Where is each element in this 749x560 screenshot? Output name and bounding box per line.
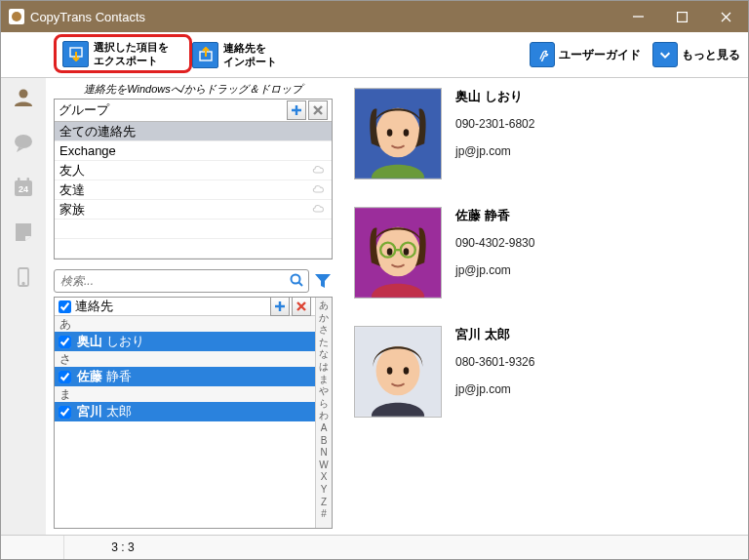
- maximize-button[interactable]: [660, 1, 704, 32]
- filter-icon[interactable]: [313, 272, 333, 290]
- index-letter[interactable]: N: [320, 447, 327, 460]
- svg-point-22: [376, 346, 420, 396]
- import-l1: 連絡先を: [223, 42, 266, 54]
- contact-name: 奥山 しおり: [455, 88, 534, 105]
- svg-rect-0: [678, 12, 688, 21]
- contact-delete-button[interactable]: [292, 298, 311, 316]
- row-checkbox[interactable]: [59, 406, 71, 419]
- index-letter[interactable]: A: [321, 422, 328, 435]
- svg-point-23: [387, 367, 393, 374]
- svg-rect-7: [27, 178, 30, 182]
- group-add-button[interactable]: [287, 100, 306, 120]
- cloud-icon: [311, 182, 327, 197]
- svg-point-3: [20, 90, 28, 99]
- export-highlight: 選択した項目をエクスポート: [54, 34, 192, 74]
- index-letter[interactable]: は: [319, 361, 329, 374]
- export-button[interactable]: 選択した項目をエクスポート: [62, 40, 169, 68]
- contacts-header: 連絡先: [75, 298, 268, 315]
- contact-card: 奥山 しおり090-2301-6802jp@jp.com: [354, 88, 734, 180]
- contact-phone: 080-3601-9326: [455, 355, 534, 369]
- index-letter[interactable]: た: [319, 337, 329, 349]
- svg-point-10: [292, 274, 300, 283]
- row-checkbox[interactable]: [59, 336, 71, 348]
- main-column: 連絡先をWindowsへ/からドラッグ＆ドロップ グループ 全ての連絡先Exch…: [46, 78, 340, 535]
- groups-panel: グループ 全ての連絡先Exchange友人友達家族: [54, 99, 333, 260]
- svg-point-18: [404, 248, 410, 255]
- search-icon[interactable]: [289, 272, 304, 291]
- group-item[interactable]: 家族: [55, 200, 332, 220]
- avatar: [354, 207, 442, 299]
- index-letter[interactable]: ま: [319, 374, 329, 386]
- import-l2: インポート: [223, 56, 277, 67]
- dnd-hint: 連絡先をWindowsへ/からドラッグ＆ドロップ: [46, 82, 340, 97]
- index-letter[interactable]: や: [319, 385, 329, 398]
- index-letter[interactable]: ら: [319, 398, 329, 411]
- index-letter[interactable]: B: [321, 435, 328, 448]
- row-checkbox[interactable]: [59, 371, 71, 383]
- group-item[interactable]: Exchange: [55, 141, 332, 161]
- group-delete-button[interactable]: [308, 100, 328, 120]
- group-item[interactable]: 全ての連絡先: [55, 122, 332, 141]
- detail-column: 奥山 しおり090-2301-6802jp@jp.com佐藤 静香090-430…: [340, 78, 748, 535]
- minimize-button[interactable]: [616, 1, 660, 32]
- close-button[interactable]: [704, 1, 748, 32]
- index-letter[interactable]: さ: [319, 324, 329, 337]
- svg-point-16: [376, 227, 420, 277]
- select-all-checkbox[interactable]: [59, 300, 71, 313]
- titlebar: CopyTrans Contacts: [1, 1, 748, 32]
- sidebar-contacts-icon[interactable]: [10, 84, 37, 111]
- avatar: [354, 326, 442, 418]
- userguide-label: ユーザーガイド: [559, 47, 641, 63]
- sidebar-notes-icon[interactable]: [10, 219, 37, 246]
- cloud-icon: [311, 202, 327, 217]
- svg-point-12: [376, 108, 420, 158]
- sidebar-calendar-icon[interactable]: 24: [10, 174, 37, 201]
- sidebar-messages-icon[interactable]: [10, 129, 37, 156]
- group-item[interactable]: 友達: [55, 180, 332, 200]
- svg-point-4: [15, 135, 32, 148]
- list-separator: ま: [55, 386, 315, 402]
- index-letter[interactable]: Z: [321, 497, 327, 509]
- search-box[interactable]: [54, 269, 309, 293]
- contact-name: 佐藤 静香: [455, 207, 534, 224]
- contact-card: 佐藤 静香090-4302-9830jp@jp.com: [354, 207, 734, 299]
- contact-add-button[interactable]: [270, 298, 290, 316]
- userguide-button[interactable]: ユーザーガイド: [530, 42, 641, 67]
- index-letter[interactable]: な: [319, 348, 329, 361]
- status-count: 3 : 3: [64, 540, 181, 554]
- index-letter[interactable]: X: [321, 471, 328, 484]
- svg-point-17: [387, 248, 393, 255]
- index-letter[interactable]: か: [319, 312, 329, 325]
- svg-point-14: [404, 129, 410, 136]
- index-letter[interactable]: わ: [319, 410, 329, 422]
- import-button[interactable]: 連絡先をインポート: [192, 41, 277, 69]
- contact-phone: 090-2301-6802: [455, 117, 534, 131]
- contact-row[interactable]: 宮川 太郎: [55, 402, 315, 421]
- chevron-down-icon: [652, 42, 678, 67]
- contact-card: 宮川 太郎080-3601-9326jp@jp.com: [354, 326, 734, 418]
- groups-header: グループ: [59, 101, 285, 119]
- contact-row[interactable]: 奥山 しおり: [55, 332, 315, 351]
- export-l1: 選択した項目を: [94, 41, 169, 53]
- search-input[interactable]: [59, 273, 289, 289]
- export-l2: エクスポート: [94, 55, 158, 66]
- wrench-icon: [530, 42, 555, 67]
- svg-point-13: [387, 129, 393, 136]
- import-icon: [192, 42, 218, 68]
- list-separator: さ: [55, 351, 315, 367]
- index-letter[interactable]: #: [321, 508, 327, 521]
- index-letter[interactable]: あ: [319, 300, 329, 312]
- more-label: もっと見る: [682, 47, 740, 63]
- contact-email: jp@jp.com: [455, 382, 534, 396]
- app-icon: [9, 9, 24, 24]
- group-item[interactable]: 友人: [55, 161, 332, 180]
- index-letter[interactable]: W: [319, 460, 328, 472]
- index-bar[interactable]: あかさたなはまやらわABNWXYZ#: [315, 298, 332, 528]
- contact-row[interactable]: 佐藤 静香: [55, 367, 315, 386]
- status-bar: 3 : 3: [1, 535, 748, 559]
- contact-email: jp@jp.com: [455, 263, 534, 277]
- index-letter[interactable]: Y: [321, 484, 328, 497]
- more-button[interactable]: もっと見る: [652, 42, 740, 67]
- sidebar-device-icon[interactable]: [10, 263, 37, 291]
- svg-point-9: [22, 283, 24, 285]
